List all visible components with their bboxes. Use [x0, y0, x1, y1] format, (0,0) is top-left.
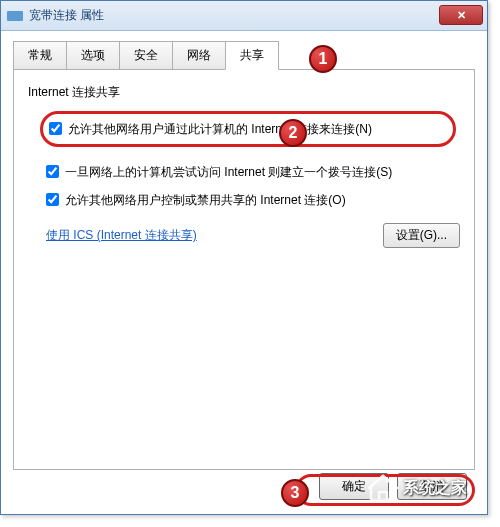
- tab-panel-sharing: Internet 连接共享 允许其他网络用户通过此计算机的 Internet 连…: [13, 70, 475, 470]
- label-dial-on-demand: 一旦网络上的计算机尝试访问 Internet 则建立一个拨号连接(S): [65, 163, 392, 181]
- content-area: 常规 选项 安全 网络 共享 Internet 连接共享 允许其他网络用户通过此…: [1, 31, 487, 480]
- window-title: 宽带连接 属性: [29, 7, 104, 24]
- tab-options[interactable]: 选项: [66, 41, 120, 69]
- checkbox-allow-control[interactable]: [46, 193, 59, 206]
- ics-link[interactable]: 使用 ICS (Internet 连接共享): [46, 227, 197, 244]
- house-icon: [367, 472, 399, 504]
- tab-network[interactable]: 网络: [172, 41, 226, 69]
- annotation-badge-1: 1: [309, 45, 337, 73]
- annotation-badge-3: 3: [281, 479, 309, 507]
- close-button[interactable]: ✕: [439, 5, 483, 25]
- properties-dialog: 宽带连接 属性 ✕ 常规 选项 安全 网络 共享 Internet 连接共享 允…: [0, 0, 488, 515]
- connection-icon: [7, 11, 23, 21]
- tab-general[interactable]: 常规: [13, 41, 67, 69]
- label-allow-share: 允许其他网络用户通过此计算机的 Internet 连接来连接(N): [68, 120, 372, 138]
- checkbox-dial-on-demand[interactable]: [46, 165, 59, 178]
- annotation-badge-2: 2: [279, 119, 307, 147]
- group-title: Internet 连接共享: [28, 84, 460, 101]
- tab-sharing[interactable]: 共享: [225, 41, 279, 70]
- settings-button[interactable]: 设置(G)...: [383, 223, 460, 248]
- highlight-allow-share: 允许其他网络用户通过此计算机的 Internet 连接来连接(N): [40, 111, 456, 147]
- tab-security[interactable]: 安全: [119, 41, 173, 69]
- watermark-text: 系统之家: [403, 478, 467, 499]
- close-icon: ✕: [457, 9, 466, 22]
- label-allow-control: 允许其他网络用户控制或禁用共享的 Internet 连接(O): [65, 191, 346, 209]
- checkbox-allow-share[interactable]: [49, 122, 62, 135]
- tab-strip: 常规 选项 安全 网络 共享: [13, 41, 475, 70]
- watermark: 系统之家: [367, 472, 467, 504]
- titlebar[interactable]: 宽带连接 属性 ✕: [1, 1, 487, 31]
